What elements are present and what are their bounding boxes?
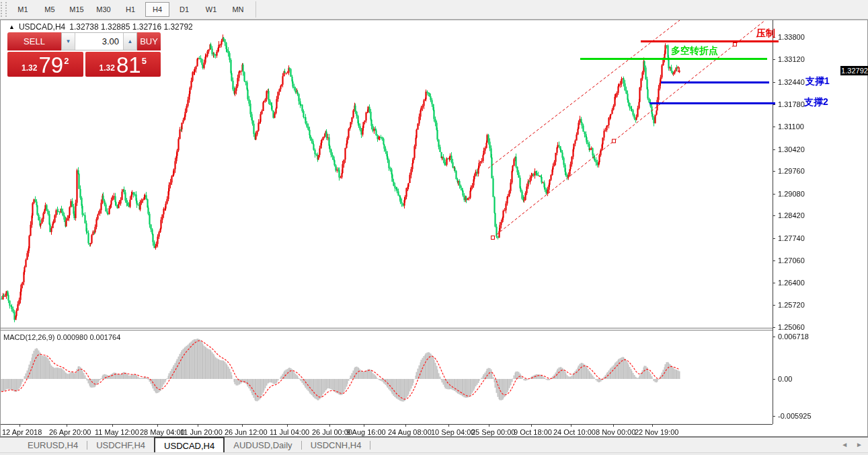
buy-price-pipette: 5 — [142, 56, 147, 66]
timeframe-toolbar: M1 M5 M15 M30 H1 H4 D1 W1 MN — [0, 0, 868, 20]
time-axis-label: 25 Sep 00:00 — [471, 428, 515, 436]
time-axis-label: 11 Jul 04:00 — [270, 428, 309, 436]
toolbar-grip-icon[interactable] — [1, 2, 7, 17]
macd-indicator-label: MACD(12,26,9) 0.000980 0.001764 — [3, 333, 120, 341]
resistance-annotation[interactable]: 压制 — [756, 28, 775, 40]
macd-axis-label: -0.005925 — [778, 412, 812, 420]
time-axis-label: 12 Apr 2018 — [2, 428, 42, 436]
timeframe-button-m30[interactable]: M30 — [91, 2, 116, 17]
time-axis-label: 24 Oct 10:00 — [553, 428, 596, 436]
chart-ohlc-values: 1.32738 1.32885 1.32716 1.32792 — [69, 22, 193, 32]
price-axis-label: 1.25060 — [778, 323, 805, 331]
price-axis-label: 1.25720 — [778, 301, 805, 309]
price-axis-label: 1.33120 — [778, 55, 805, 63]
sell-price-prefix: 1.32 — [22, 63, 37, 73]
tab-eurusd-h4[interactable]: EURUSD,H4 — [19, 438, 87, 453]
time-axis-label: 8 Nov 00:00 — [596, 428, 635, 436]
time-axis-label: 9 Aug 16:00 — [346, 428, 386, 436]
pivot-annotation[interactable]: 多空转折点 — [671, 45, 718, 57]
chart-window: ▲ USDCAD,H4 1.32738 1.32885 1.32716 1.32… — [0, 20, 868, 437]
tab-scroll-controls: ◄ ► — [841, 441, 863, 448]
price-axis-label: 1.30420 — [778, 145, 805, 153]
chart-tab-bar: EURUSD,H4 USDCHF,H4 USDCAD,H4 AUDUSD,Dai… — [0, 437, 868, 453]
sell-price-pipette: 2 — [64, 56, 69, 66]
timeframe-button-h1[interactable]: H1 — [118, 2, 143, 17]
price-axis-label: 1.32440 — [778, 78, 805, 86]
price-axis-label: 1.31100 — [778, 123, 804, 131]
timeframe-button-h4[interactable]: H4 — [145, 2, 169, 17]
time-axis-label: 28 May 04:00 — [140, 428, 185, 436]
time-axis-label: 10 Sep 04:00 — [431, 428, 475, 436]
macd-axis-label: 0.00 — [778, 375, 792, 383]
bottom-strip — [0, 452, 868, 455]
time-axis-label: 11 May 12:00 — [95, 428, 139, 436]
tab-audusd-daily[interactable]: AUDUSD,Daily — [225, 438, 301, 453]
one-click-trade-panel: SELL ▼ ▲ BUY 1.32792 1.32815 — [7, 32, 161, 77]
price-axis-label: 1.28420 — [778, 211, 805, 219]
time-axis-label: 22 Nov 19:00 — [635, 428, 678, 436]
price-axis-label: 1.26400 — [778, 279, 805, 287]
volume-increase-button[interactable]: ▲ — [123, 33, 136, 50]
tab-usdchf-h4[interactable]: USDCHF,H4 — [87, 438, 154, 453]
tab-scroll-right-icon[interactable]: ► — [856, 441, 863, 448]
buy-price-main: 81 — [116, 55, 141, 75]
timeframe-button-m15[interactable]: M15 — [65, 2, 89, 17]
sell-button[interactable]: SELL — [7, 32, 61, 50]
tab-separator — [370, 441, 370, 450]
timeframe-button-d1[interactable]: D1 — [172, 2, 196, 17]
price-axis-label: 1.31780 — [778, 100, 805, 108]
chart-title: ▲ USDCAD,H4 1.32738 1.32885 1.32716 1.32… — [9, 22, 193, 32]
price-axis-label: 1.27740 — [778, 234, 805, 242]
buy-button[interactable]: BUY — [137, 32, 161, 50]
collapse-panel-arrow-icon[interactable]: ▲ — [9, 24, 15, 30]
price-axis-label: 1.27060 — [778, 256, 805, 265]
timeframe-button-w1[interactable]: W1 — [199, 2, 223, 17]
toolbar-separator — [255, 1, 256, 18]
macd-axis-label: 0.006718 — [778, 332, 809, 341]
volume-input[interactable] — [75, 33, 123, 50]
volume-stepper: ▼ ▲ — [61, 32, 137, 50]
chart-symbol-timeframe: USDCAD,H4 — [19, 22, 65, 32]
price-axis-label: 1.33800 — [778, 33, 805, 41]
price-chart-canvas[interactable] — [1, 20, 867, 436]
support2-annotation[interactable]: 支撑2 — [804, 96, 828, 108]
time-axis-label: 11 Jun 20:00 — [180, 428, 223, 436]
timeframe-button-mn[interactable]: MN — [226, 2, 250, 17]
sell-price-main: 79 — [38, 55, 63, 75]
time-axis-label: 26 Jun 12:00 — [225, 428, 268, 436]
timeframe-button-m1[interactable]: M1 — [11, 2, 35, 17]
current-price-tag: 1.32792 — [840, 66, 868, 75]
timeframe-button-m5[interactable]: M5 — [38, 2, 62, 17]
tab-usdcnh-h4[interactable]: USDCNH,H4 — [302, 438, 370, 453]
tab-usdcad-h4[interactable]: USDCAD,H4 — [154, 437, 225, 453]
volume-decrease-button[interactable]: ▼ — [62, 33, 75, 50]
sell-price-display[interactable]: 1.32792 — [7, 52, 83, 77]
buy-price-prefix: 1.32 — [100, 63, 115, 73]
time-axis-label: 9 Oct 18:00 — [514, 428, 552, 436]
tab-scroll-left-icon[interactable]: ◄ — [841, 441, 848, 448]
time-axis-label: 26 Apr 20:00 — [49, 428, 91, 436]
price-axis-label: 1.29760 — [778, 167, 805, 175]
time-axis-label: 24 Aug 08:00 — [388, 428, 432, 436]
support1-annotation[interactable]: 支撑1 — [805, 75, 830, 88]
buy-price-display[interactable]: 1.32815 — [85, 52, 161, 77]
price-axis-label: 1.29080 — [778, 190, 805, 198]
